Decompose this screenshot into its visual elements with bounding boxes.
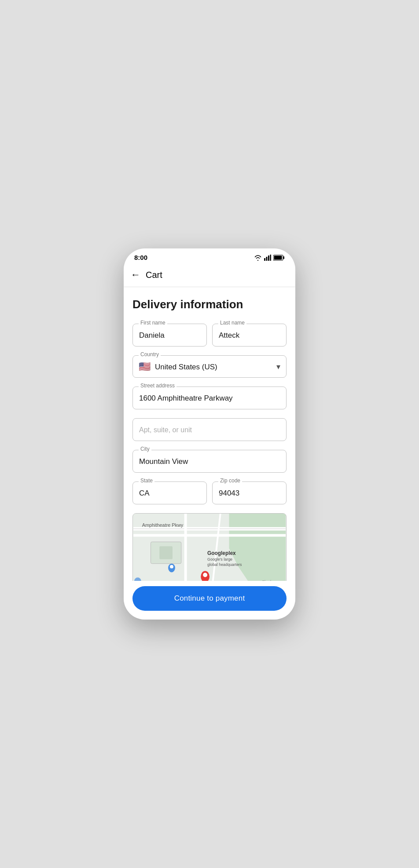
last-name-group: Last name xyxy=(212,324,287,346)
map-googleplex-label: Googleplex xyxy=(207,550,236,556)
country-select[interactable]: United States (US) xyxy=(132,355,287,378)
first-name-input[interactable] xyxy=(132,324,207,346)
city-group: City xyxy=(132,450,287,473)
zip-code-group: Zip code xyxy=(212,481,287,504)
svg-rect-6 xyxy=(274,255,282,259)
svg-rect-0 xyxy=(264,258,265,261)
country-label: Country xyxy=(139,351,161,357)
apt-suite-input[interactable] xyxy=(132,418,287,441)
continue-to-payment-button[interactable]: Continue to payment xyxy=(132,586,287,611)
country-select-wrapper: 🇺🇸 United States (US) ▾ xyxy=(132,355,287,378)
last-name-input[interactable] xyxy=(212,324,287,346)
first-name-group: First name xyxy=(132,324,207,346)
country-group: Country 🇺🇸 United States (US) ▾ xyxy=(132,355,287,378)
street-address-group: Street address xyxy=(132,387,287,409)
map-road-label: Amphitheatre Pkwy xyxy=(142,522,184,528)
state-label: State xyxy=(139,478,154,484)
name-row: First name Last name xyxy=(132,324,287,346)
city-label: City xyxy=(139,446,151,452)
map-googleplex-desc1: Google's large xyxy=(207,557,232,562)
nav-title: Cart xyxy=(146,270,162,280)
wifi-icon xyxy=(254,255,262,261)
last-name-label: Last name xyxy=(218,320,246,326)
main-content: Delivery information First name Last nam… xyxy=(124,287,295,581)
street-address-input[interactable] xyxy=(132,387,287,409)
state-group: State xyxy=(132,481,207,504)
state-input[interactable] xyxy=(132,481,207,504)
back-arrow-icon: ← xyxy=(131,270,140,280)
bottom-bar: Continue to payment xyxy=(124,581,295,620)
nav-bar: ← Cart xyxy=(124,265,295,287)
svg-rect-2 xyxy=(268,255,269,261)
map-svg: Amphitheatre Pkwy Google B40 Googleplex … xyxy=(133,514,286,581)
svg-rect-1 xyxy=(266,257,268,261)
back-button[interactable]: ← xyxy=(131,268,144,281)
svg-rect-5 xyxy=(283,256,285,259)
svg-rect-14 xyxy=(159,546,173,559)
zip-code-label: Zip code xyxy=(218,478,242,484)
map-container: Amphitheatre Pkwy Google B40 Googleplex … xyxy=(132,513,287,581)
page-title: Delivery information xyxy=(132,298,287,311)
status-time: 8:00 xyxy=(134,254,147,261)
status-icons xyxy=(254,255,285,261)
status-bar: 8:00 xyxy=(124,248,295,265)
map-googleplex-desc2: global headquarters xyxy=(207,562,242,567)
state-zip-row: State Zip code xyxy=(132,481,287,504)
street-address-label: Street address xyxy=(139,383,176,389)
zip-code-input[interactable] xyxy=(212,481,287,504)
svg-point-18 xyxy=(203,573,207,577)
signal-icon xyxy=(264,255,271,261)
svg-point-16 xyxy=(170,565,173,569)
svg-rect-3 xyxy=(270,255,272,261)
city-input[interactable] xyxy=(132,450,287,473)
first-name-label: First name xyxy=(139,320,167,326)
battery-icon xyxy=(273,255,285,261)
apt-suite-group xyxy=(132,418,287,441)
